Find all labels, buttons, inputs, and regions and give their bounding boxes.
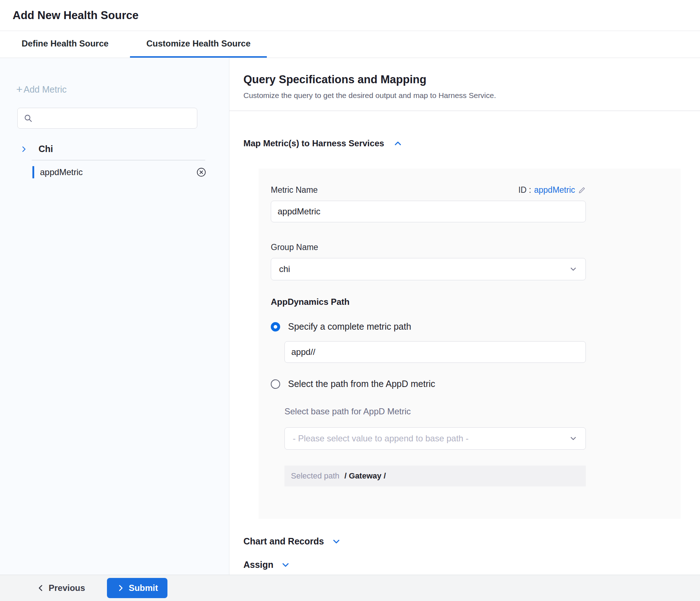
assign-label: Assign — [243, 560, 273, 570]
assign-toggle[interactable]: Assign — [243, 560, 700, 570]
metric-item-label: appdMetric — [40, 167, 83, 177]
previous-button-label: Previous — [49, 583, 85, 593]
section-title: Query Specifications and Mapping — [243, 73, 700, 86]
section-subtitle: Customize the query to get the desired o… — [243, 91, 700, 100]
remove-metric-icon[interactable] — [196, 167, 207, 178]
chevron-down-icon — [331, 537, 341, 547]
metric-search-box — [17, 108, 197, 129]
previous-button[interactable]: Previous — [34, 583, 87, 593]
radio-complete-metric-path[interactable]: Specify a complete metric path — [271, 321, 586, 332]
divider — [229, 111, 700, 111]
map-metrics-section-toggle[interactable]: Map Metric(s) to Harness Services — [243, 138, 700, 148]
submit-button-label: Submit — [129, 583, 158, 593]
group-name-field-label: Group Name — [271, 242, 586, 252]
base-path-label: Select base path for AppD Metric — [284, 406, 586, 417]
chevron-left-icon — [36, 584, 45, 592]
group-name-select-value: chi — [279, 264, 290, 274]
chevron-right-icon — [116, 584, 125, 592]
query-spec-panel: Query Specifications and Mapping Customi… — [229, 58, 700, 575]
chevron-down-icon — [569, 265, 578, 273]
metrics-sidebar: + Add Metric Chi appdMetric — [0, 58, 229, 575]
dialog-footer: Previous Submit — [0, 575, 700, 601]
add-metric-label: Add Metric — [24, 84, 67, 95]
chevron-up-icon — [393, 138, 403, 148]
search-icon — [23, 113, 33, 123]
radio-select-path-label: Select the path from the AppD metric — [288, 379, 435, 389]
metric-name-label: Metric Name — [271, 185, 318, 195]
id-label: ID : — [518, 185, 531, 195]
metric-item-appdmetric[interactable]: appdMetric — [0, 160, 229, 184]
group-name-select[interactable]: chi — [271, 258, 586, 280]
edit-pencil-icon[interactable] — [578, 186, 586, 194]
tab-define-health-source[interactable]: Define Health Source — [5, 31, 125, 58]
chart-and-records-toggle[interactable]: Chart and Records — [243, 536, 700, 547]
radio-unselected-icon[interactable] — [271, 379, 280, 389]
dialog-header: Add New Health Source — [0, 0, 700, 31]
map-metrics-form: Metric Name ID : appdMetric Group Name c… — [259, 169, 681, 519]
chevron-down-icon — [569, 434, 578, 443]
add-health-source-dialog: Add New Health Source Define Health Sour… — [0, 0, 700, 601]
page-title: Add New Health Source — [13, 9, 139, 22]
submit-button[interactable]: Submit — [107, 578, 167, 598]
appdynamics-path-heading: AppDynamics Path — [271, 297, 586, 307]
selected-path-value: / Gateway / — [345, 471, 386, 481]
add-metric-button[interactable]: + Add Metric — [16, 84, 67, 95]
metric-id-group: ID : appdMetric — [518, 185, 586, 195]
group-name-label: Chi — [39, 144, 53, 154]
map-metrics-title: Map Metric(s) to Harness Services — [243, 138, 384, 148]
radio-selected-icon[interactable] — [271, 322, 280, 331]
chevron-down-icon — [281, 560, 291, 570]
selected-path-strip: Selected path / Gateway / — [284, 466, 586, 486]
complete-metric-path-input[interactable] — [284, 341, 586, 363]
chart-and-records-label: Chart and Records — [243, 536, 324, 547]
selected-metric-indicator — [32, 166, 34, 178]
metric-group-chi[interactable]: Chi — [0, 144, 229, 154]
search-input[interactable] — [37, 113, 191, 124]
radio-complete-path-label: Specify a complete metric path — [288, 321, 411, 332]
tab-customize-health-source[interactable]: Customize Health Source — [130, 31, 266, 58]
base-path-select[interactable]: - Please select value to append to base … — [284, 427, 586, 450]
base-path-placeholder: - Please select value to append to base … — [293, 433, 468, 444]
id-value-link[interactable]: appdMetric — [534, 185, 575, 195]
chevron-right-icon — [20, 145, 28, 153]
content-area: + Add Metric Chi appdMetric — [0, 58, 700, 575]
metric-name-input[interactable] — [271, 201, 586, 222]
radio-select-appd-path[interactable]: Select the path from the AppD metric — [271, 379, 586, 389]
plus-icon: + — [16, 84, 23, 95]
selected-path-label: Selected path — [291, 471, 340, 481]
tab-bar: Define Health Source Customize Health So… — [0, 31, 700, 58]
